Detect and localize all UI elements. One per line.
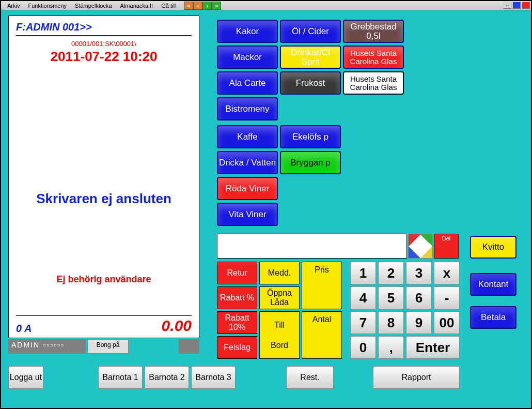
pris-button[interactable]: Pris xyxy=(302,262,342,309)
tile-ekelofs[interactable]: Ekelöfs p xyxy=(280,125,341,148)
minimize-icon[interactable] xyxy=(512,2,521,9)
status-bar: ADMIN ▫▫▫▫▫▫ Bong på xyxy=(8,339,199,354)
tile-grebbestad[interactable]: Grebbestad 0,5l xyxy=(343,20,404,43)
rest-button[interactable]: Rest. xyxy=(286,366,334,389)
tile-dricka[interactable]: Dricka / Vatten xyxy=(217,151,278,174)
key-comma[interactable]: , xyxy=(378,336,404,359)
status-user: ADMIN ▫▫▫▫▫▫ xyxy=(8,339,86,354)
tile-kaffe[interactable]: Kaffe xyxy=(217,125,278,148)
key-4[interactable]: 4 xyxy=(350,286,376,309)
receipt-panel: F:ADMIN 001>> 00001/001:SK\00001\ 2011-0… xyxy=(8,16,199,338)
tile-roda-viner[interactable]: Röda Viner xyxy=(217,177,278,200)
nav-buttons: « ‹ › » xyxy=(184,2,221,10)
status-right xyxy=(179,339,199,354)
display-input[interactable] xyxy=(217,234,407,259)
key-8[interactable]: 8 xyxy=(378,311,404,334)
till-label: Till xyxy=(274,321,285,330)
receipt-datetime: 2011-07-22 10:20 xyxy=(16,49,192,65)
close-icon[interactable] xyxy=(522,2,530,9)
bong-toggle[interactable]: Bong på xyxy=(87,339,129,354)
auth-status: Ej behörig användare xyxy=(16,274,192,285)
nav-last-icon[interactable]: » xyxy=(212,2,221,10)
tile-drinkar[interactable]: Drinkar/Cl Sprit xyxy=(280,46,341,69)
tile-bryggan[interactable]: Bryggan p xyxy=(280,151,341,174)
tile-kakor[interactable]: Kakor xyxy=(217,20,278,43)
retur-button[interactable]: Retur xyxy=(217,262,257,284)
key-9[interactable]: 9 xyxy=(406,311,432,334)
window-controls: ↔ xyxy=(503,2,530,9)
betala-button[interactable]: Betala xyxy=(470,306,517,329)
key-6[interactable]: 6 xyxy=(406,286,432,309)
tile-husets-1[interactable]: Husets Santa Carolina Glas xyxy=(343,46,404,69)
receipt-header: F:ADMIN 001>> xyxy=(16,21,192,35)
rabatt-10-button[interactable]: Rabatt 10% xyxy=(217,311,257,334)
till-bord-button[interactable]: Till Bord xyxy=(259,311,300,359)
key-00[interactable]: 00 xyxy=(434,311,460,334)
key-7[interactable]: 7 xyxy=(350,311,376,334)
key-3[interactable]: 3 xyxy=(406,262,432,284)
key-0[interactable]: 0 xyxy=(350,336,376,359)
barnota1-button[interactable]: Barnota 1 xyxy=(98,366,143,389)
menu-almanacka[interactable]: Almanacka II xyxy=(116,3,158,9)
barnota2-button[interactable]: Barnota 2 xyxy=(145,366,189,389)
antal-button[interactable]: Antal xyxy=(302,311,342,359)
pris-label: Pris xyxy=(315,265,329,275)
tile-husets-2[interactable]: Husets Santa Carolina Glas xyxy=(343,71,404,95)
loggaut-button[interactable]: Logga ut xyxy=(8,366,43,389)
tile-vita-viner[interactable]: Vita Viner xyxy=(217,203,278,226)
rapport-button[interactable]: Rapport xyxy=(373,366,460,389)
menu-gatill[interactable]: Gå till xyxy=(157,3,180,9)
barnota3-button[interactable]: Barnota 3 xyxy=(191,366,236,389)
tile-ol-cider[interactable]: Öl / Cider xyxy=(280,20,341,43)
medd-button[interactable]: Medd. xyxy=(259,262,300,284)
kontant-button[interactable]: Kontant xyxy=(470,273,517,296)
key-2[interactable]: 2 xyxy=(378,262,404,284)
key-enter[interactable]: Enter xyxy=(406,336,460,359)
windows-logo-icon[interactable] xyxy=(408,234,433,259)
antal-label: Antal xyxy=(312,315,331,324)
tile-frukost[interactable]: Frukost xyxy=(280,71,341,95)
key-5[interactable]: 5 xyxy=(378,286,404,309)
menubar: Arkiv Funktionsmeny Stämpelklocka Almana… xyxy=(1,1,531,10)
receipt-code: 00001/001:SK\00001\ xyxy=(16,40,192,48)
rabatt-pct-button[interactable]: Rabatt % xyxy=(217,286,257,309)
key-1[interactable]: 1 xyxy=(350,262,376,284)
receipt-account: 0 A xyxy=(16,323,32,335)
nav-prev-icon[interactable]: ‹ xyxy=(193,2,202,10)
nav-first-icon[interactable]: « xyxy=(184,2,193,10)
printer-status: Skrivaren ej ansluten xyxy=(16,191,192,207)
nav-next-icon[interactable]: › xyxy=(202,2,212,10)
oppna-lada-button[interactable]: Öppna Låda xyxy=(259,286,300,309)
bord-label: Bord xyxy=(271,341,288,350)
expand-icon[interactable]: ↔ xyxy=(503,2,511,9)
tile-mackor[interactable]: Mackor xyxy=(217,46,278,69)
key-minus[interactable]: - xyxy=(434,286,460,309)
receipt-total: 0.00 xyxy=(162,317,192,335)
menu-arkiv[interactable]: Arkiv xyxy=(3,3,24,9)
felslag-button[interactable]: Felslag xyxy=(217,336,257,359)
menu-funktionsmeny[interactable]: Funktionsmeny xyxy=(24,3,71,9)
key-x[interactable]: x xyxy=(434,262,460,284)
tile-bistromeny[interactable]: Bistromeny xyxy=(217,97,278,120)
del-button[interactable]: Del xyxy=(434,234,459,259)
kvitto-button[interactable]: Kvitto xyxy=(470,236,517,259)
menu-stampelklocka[interactable]: Stämpelklocka xyxy=(71,3,116,9)
tile-alacarte[interactable]: Ala Carte xyxy=(217,71,278,95)
